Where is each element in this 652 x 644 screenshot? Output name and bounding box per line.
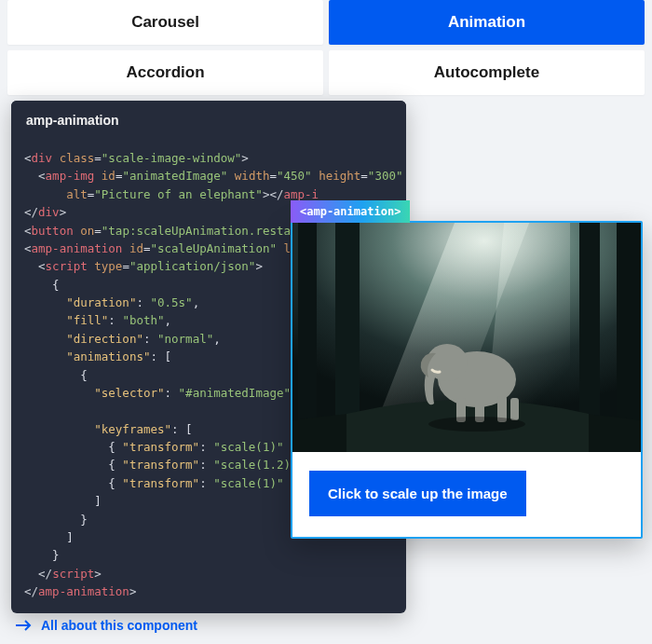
svg-point-14 [428, 417, 525, 432]
preview-component-tag: <amp-animation> [291, 200, 410, 223]
about-component-label: All about this component [41, 618, 197, 633]
preview-actions: Click to scale up the image [292, 452, 641, 537]
tab-autocomplete[interactable]: Autocomplete [329, 50, 645, 95]
tab-accordion[interactable]: Accordion [7, 50, 323, 95]
tab-animation[interactable]: Animation [329, 0, 645, 45]
animated-elephant-image [292, 223, 641, 452]
component-tabs: Carousel Animation Accordion Autocomplet… [0, 0, 652, 95]
about-component-link[interactable]: All about this component [15, 618, 197, 633]
preview-panel: <amp-animation> [291, 221, 643, 539]
scale-up-button[interactable]: Click to scale up the image [309, 471, 526, 516]
code-panel-title: amp-animation [11, 101, 406, 140]
tab-carousel[interactable]: Carousel [7, 0, 323, 45]
svg-rect-13 [510, 398, 519, 420]
arrow-right-icon [15, 619, 32, 632]
